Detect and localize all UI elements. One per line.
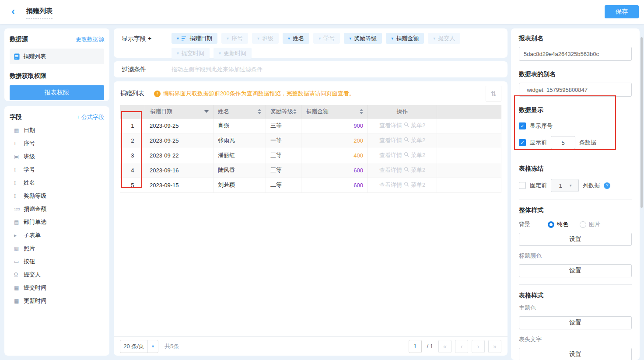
field-item-submit-time[interactable]: ▦提交时间 — [10, 281, 104, 294]
view-detail-link[interactable]: 查看详情 — [379, 122, 402, 129]
sort-desc-icon[interactable] — [204, 110, 209, 113]
page-title[interactable]: 捐赠列表 — [26, 7, 52, 19]
menu2-link[interactable]: 菜单2 — [411, 167, 425, 173]
date-header[interactable]: 捐赠日期 — [145, 105, 214, 118]
sort-icon[interactable] — [360, 109, 363, 114]
menu2-link[interactable]: 菜单2 — [411, 152, 425, 158]
chevron-down-icon[interactable]: ▾ — [257, 36, 259, 41]
chip-submitter[interactable]: ▾提交人 — [428, 33, 460, 44]
field-item-update-time[interactable]: ▦更新时间 — [10, 294, 104, 308]
chip-seq[interactable]: ▾序号 — [221, 33, 248, 44]
back-icon[interactable]: ‹ — [11, 6, 15, 17]
subform-expand-icon[interactable]: ▸ — [14, 232, 24, 238]
chip-studentno[interactable]: ▾学号 — [313, 33, 340, 44]
freeze-checkbox[interactable] — [519, 182, 526, 189]
show-first-prefix: 显示前 — [530, 139, 547, 147]
radio-selected-icon[interactable] — [548, 221, 554, 228]
chevron-down-icon[interactable]: ▾ — [433, 36, 435, 41]
menu2-link[interactable]: 菜单2 — [411, 182, 425, 188]
chip-name[interactable]: ▾姓名 — [283, 33, 309, 44]
chevron-down-icon[interactable]: ▾ — [219, 51, 221, 56]
next-page-button[interactable]: › — [472, 340, 485, 353]
save-button[interactable]: 保存 — [605, 5, 639, 18]
table-row[interactable]: 4 2023-09-16 陆风香 三等 600 查看详情菜单2 — [120, 163, 501, 178]
table-row[interactable]: 1 2023-09-25 肖强 三等 900 查看详情菜单2 — [120, 118, 501, 133]
menu2-link[interactable]: 菜单2 — [411, 122, 425, 129]
chip-grade[interactable]: ▾奖励等级 — [344, 33, 382, 44]
prev-page-button[interactable]: ‹ — [455, 340, 468, 353]
seq-header — [120, 105, 145, 118]
field-item-studentno[interactable]: I学号 — [10, 163, 104, 176]
add-display-field-button[interactable]: + — [148, 35, 151, 42]
show-first-count-input[interactable] — [551, 136, 575, 149]
title-color-set-button[interactable]: 设置 — [519, 264, 632, 277]
change-datasource-link[interactable]: 更改数据源 — [76, 35, 104, 43]
page-size-select[interactable]: 20 条/页 ▾ — [120, 340, 158, 353]
search-icon[interactable] — [404, 137, 409, 142]
filter-dropzone[interactable]: 拖动左侧字段到此处来添加过滤条件 — [172, 66, 262, 73]
amount-header[interactable]: 捐赠金额 — [301, 105, 368, 118]
report-permission-button[interactable]: 报表权限 — [10, 85, 104, 100]
chevron-down-icon[interactable]: ▾ — [177, 51, 179, 56]
field-item-department[interactable]: ▤部门单选 — [10, 216, 104, 229]
table-row[interactable]: 2 2023-09-25 张雨凡 一等 200 查看详情菜单2 — [120, 133, 501, 148]
field-item-seq[interactable]: I序号 — [10, 137, 104, 150]
theme-color-set-button[interactable]: 设置 — [519, 316, 632, 329]
chevron-down-icon[interactable]: ▾ — [318, 36, 321, 41]
chip-donation-date[interactable]: ▾捐赠日期 — [172, 33, 217, 44]
chip-class[interactable]: ▾班级 — [252, 33, 279, 44]
background-set-button[interactable]: 设置 — [519, 233, 632, 246]
table-header-row: 捐赠日期 姓名 奖励等级 捐赠金额 操作 — [120, 105, 501, 118]
bg-solid-option[interactable]: 纯色 — [548, 220, 568, 228]
field-item-submitter[interactable]: Ω提交人 — [10, 268, 104, 281]
view-detail-link[interactable]: 查看详情 — [379, 167, 402, 173]
chevron-down-icon[interactable]: ▾ — [288, 36, 290, 41]
field-item-amount[interactable]: 123捐赠金额 — [10, 203, 104, 216]
chevron-down-icon[interactable]: ▾ — [391, 36, 393, 41]
sort-icon[interactable] — [293, 109, 297, 114]
field-item-subform[interactable]: ▸子表单 — [10, 229, 104, 242]
table-row[interactable]: 3 2023-09-22 潘丽红 三等 400 查看详情菜单2 — [120, 148, 501, 163]
header-text-set-button[interactable]: 设置 — [519, 348, 632, 360]
help-icon[interactable]: ? — [604, 182, 610, 189]
bg-image-option[interactable]: 图片 — [580, 220, 600, 228]
field-item-button[interactable]: ▭按钮 — [10, 255, 104, 268]
field-label: 按钮 — [24, 258, 35, 266]
field-item-name[interactable]: I姓名 — [10, 176, 104, 189]
chip-submit-time[interactable]: ▾提交时间 — [172, 48, 210, 59]
menu2-link[interactable]: 菜单2 — [411, 137, 425, 143]
freeze-count-select[interactable]: 1 ▾ — [551, 179, 579, 192]
field-item-photo[interactable]: ▧照片 — [10, 242, 104, 255]
view-detail-link[interactable]: 查看详情 — [379, 152, 402, 158]
show-first-checkbox[interactable]: ✓ — [519, 139, 526, 146]
add-formula-field-link[interactable]: + 公式字段 — [77, 113, 104, 121]
radio-icon[interactable] — [580, 221, 586, 228]
report-alias-input[interactable] — [519, 47, 632, 61]
chevron-down-icon[interactable]: ▾ — [177, 36, 179, 41]
datasource-item[interactable]: 捐赠列表 — [10, 49, 104, 64]
search-icon[interactable] — [404, 182, 409, 187]
name-header[interactable]: 姓名 — [214, 105, 266, 118]
grade-header[interactable]: 奖励等级 — [266, 105, 301, 118]
table-alias-input[interactable] — [519, 83, 632, 97]
chevron-down-icon[interactable]: ▾ — [349, 36, 351, 41]
scrollbar-thumb[interactable] — [640, 37, 643, 208]
field-item-date[interactable]: ▦日期 — [10, 124, 104, 137]
page-number-input[interactable] — [409, 340, 422, 353]
sort-icon[interactable] — [258, 109, 261, 114]
first-page-button[interactable]: « — [438, 340, 452, 353]
chevron-down-icon[interactable]: ▾ — [227, 36, 229, 41]
last-page-button[interactable]: » — [488, 340, 501, 353]
show-seq-checkbox[interactable]: ✓ — [519, 122, 526, 129]
view-detail-link[interactable]: 查看详情 — [379, 182, 402, 188]
search-icon[interactable] — [404, 152, 409, 157]
chip-update-time[interactable]: ▾更新时间 — [214, 48, 252, 59]
field-item-grade[interactable]: I奖励等级 — [10, 189, 104, 203]
sort-order-button[interactable]: ⇅ — [486, 86, 501, 101]
view-detail-link[interactable]: 查看详情 — [379, 137, 402, 143]
search-icon[interactable] — [404, 167, 409, 172]
table-row[interactable]: 5 2023-09-15 刘若颖 二等 600 查看详情菜单2 — [120, 178, 501, 192]
field-item-class[interactable]: ▣班级 — [10, 150, 104, 163]
search-icon[interactable] — [404, 122, 409, 127]
chip-amount[interactable]: ▾捐赠金额 — [386, 33, 424, 44]
